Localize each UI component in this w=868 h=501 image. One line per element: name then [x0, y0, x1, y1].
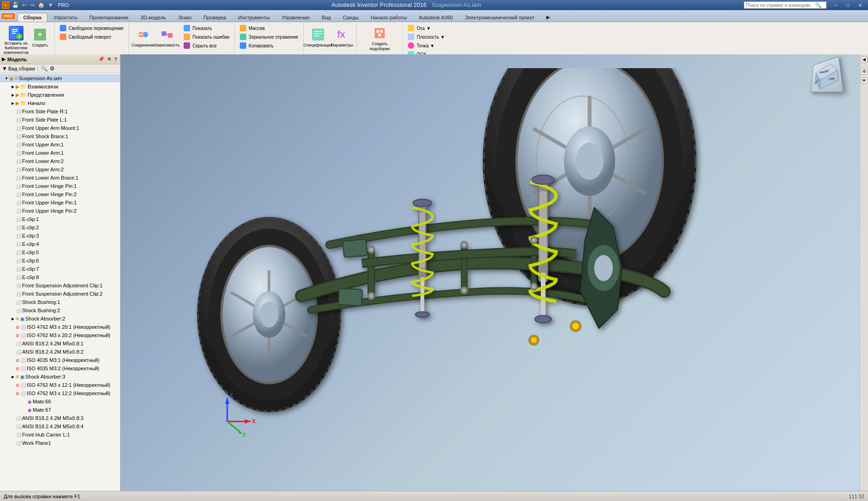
close-btn[interactable]: ✕ — [854, 1, 866, 9]
show-errors-btn[interactable]: Показать ошибки — [181, 33, 231, 41]
mass-btn[interactable]: Массив — [237, 24, 301, 32]
panel-help-btn[interactable]: ? — [113, 57, 118, 62]
tree-item[interactable]: ⊘⬜ISO 4035 M3:1 (Некорректный) — [0, 356, 120, 364]
tab-design[interactable]: Проектирование — [83, 13, 134, 22]
right-panel-btn-2[interactable]: ⚙ — [861, 68, 868, 75]
tree-item[interactable]: ⬜ANSI B18.2.4.2M M5x0.8:3 — [0, 414, 120, 422]
tree-item[interactable]: ⊘⬜ISO 4762 M3 x 12:1 (Некорректный) — [0, 381, 120, 389]
tree-item[interactable]: ⬜E-clip:3 — [0, 232, 120, 240]
tree-item[interactable]: ⬜Front Suspension Adjustment Clip:1 — [0, 281, 120, 290]
tree-item[interactable]: ⬜Front Lower Hinge Pin:2 — [0, 190, 120, 198]
tree-item[interactable]: ⬜Front Shock Brace:1 — [0, 132, 120, 140]
tab-tools[interactable]: Инструменты — [232, 13, 276, 22]
settings-btn[interactable]: ▼ — [47, 2, 54, 8]
constrain-btn[interactable]: Соединение — [132, 24, 155, 51]
tree-expand-btn[interactable]: ▶ — [10, 374, 16, 379]
axis-btn[interactable]: Ось ▼ — [405, 24, 447, 32]
tree-item[interactable]: ⬜Front Hub Carrier L:1 — [0, 431, 120, 439]
plane-btn[interactable]: Плоскость ▼ — [405, 33, 447, 41]
tree-item[interactable]: ⬜Front Lower Arm Brace:1 — [0, 174, 120, 182]
tree-item[interactable]: ◉Mate:67 — [0, 406, 120, 414]
tree-item[interactable]: ⬜Shock Bushing:2 — [0, 306, 120, 315]
undo-btn[interactable]: ↩ — [21, 2, 28, 8]
tree-item[interactable]: ⬜E-clip:6 — [0, 256, 120, 265]
hide-all-btn[interactable]: Скрыть все — [181, 41, 231, 50]
free-rotate-btn[interactable]: Свободный поворот — [58, 33, 126, 41]
tree-item[interactable]: ⬜Shock Bushing:1 — [0, 298, 120, 306]
tree-item[interactable]: ⬜Front Upper Arm:2 — [0, 165, 120, 174]
settings-panel-icon[interactable]: ⚙ — [50, 65, 55, 72]
view-assembly-label[interactable]: Вид сборки — [8, 66, 35, 71]
tab-simplify[interactable]: Упростить — [47, 13, 83, 22]
tree-item[interactable]: ⬜E-clip:2 — [0, 223, 120, 232]
tree-item[interactable]: ▼▣⊞Suspension As.iam — [0, 74, 120, 82]
tree-item[interactable]: ⬜Front Upper Hinge Pin:2 — [0, 207, 120, 215]
tree-item[interactable]: ⬜E-clip:1 — [0, 215, 120, 223]
tree-expand-btn[interactable]: ▶ — [10, 316, 16, 321]
tree-item[interactable]: ⬜Front Side Plate R:1 — [0, 107, 120, 116]
search-box[interactable]: 🔍 — [744, 1, 827, 9]
tree-item[interactable]: ▶▶📁Взаимосвязи — [0, 82, 120, 91]
panel-close-btn[interactable]: ✕ — [106, 56, 113, 62]
tab-view[interactable]: Вид — [316, 13, 337, 22]
tree-item[interactable]: ⊘⬜ISO 4762 M3 x 12:2 (Некорректный) — [0, 389, 120, 397]
param-btn[interactable]: fx Параметры — [330, 24, 353, 51]
tree-item[interactable]: ⊘⬜ISO 4762 M3 x 20:2 (Некорректный) — [0, 331, 120, 339]
tree-item[interactable]: ▶▶📁Начало — [0, 99, 120, 107]
viewport-3d[interactable]: FRONT LEFT TOP — [121, 54, 868, 491]
tree-item[interactable]: ◉Mate:66 — [0, 397, 120, 406]
tab-manage[interactable]: Управление — [276, 13, 316, 22]
search-panel-icon[interactable]: 🔍 — [41, 65, 48, 72]
copy-btn[interactable]: Копировать — [237, 41, 301, 50]
tab-sketch[interactable]: Эскиз — [172, 13, 197, 22]
mirror-btn[interactable]: Зеркальное отражение — [237, 33, 301, 41]
tab-3dmodel[interactable]: 3D-модель — [134, 13, 172, 22]
tree-item[interactable]: ⬜Front Lower Hinge Pin:1 — [0, 182, 120, 190]
home-btn[interactable]: 🏠 — [37, 2, 46, 8]
tree-item[interactable]: ⬜E-clip:4 — [0, 240, 120, 248]
tab-elecmech[interactable]: Электромеханический проект — [459, 13, 540, 22]
tree-item[interactable]: ⬜Front Side Plate L:1 — [0, 116, 120, 124]
tree-item[interactable]: ⬜Front Upper Arm Mount:1 — [0, 124, 120, 132]
depend-btn[interactable]: Зависимость — [156, 24, 179, 51]
save-btn[interactable]: 💾 — [11, 2, 20, 8]
redo-btn[interactable]: ↪ — [29, 2, 35, 8]
tree-item[interactable]: ⬜Work Plane1 — [0, 439, 120, 447]
right-panel-btn-1[interactable]: ◀ — [861, 56, 868, 63]
tree-item[interactable]: ⬜Front Suspension Adjustment Clip:2 — [0, 290, 120, 298]
tree-item[interactable]: ▶⊞▣Shock Absorber:3 — [0, 373, 120, 381]
minimize-btn[interactable]: ─ — [829, 1, 841, 9]
tab-env[interactable]: Среды — [337, 13, 365, 22]
tab-start[interactable]: Начало работы — [365, 13, 413, 22]
tree-item[interactable]: ⊘⬜ISO 4762 M3 x 20:1 (Некорректный) — [0, 323, 120, 331]
create-sub-btn[interactable]: Создатьподсборки — [368, 24, 391, 53]
tree-item[interactable]: ⬜Front Lower Arm:1 — [0, 149, 120, 157]
tree-item[interactable]: ⬜ANSI B18.2.4.2M M5x0.8:4 — [0, 422, 120, 431]
tree-expand-btn[interactable]: ▶ — [10, 92, 16, 98]
tree-expand-btn[interactable]: ▶ — [10, 100, 16, 106]
tree-expand-btn[interactable]: ▼ — [4, 76, 9, 81]
tree-expand-btn[interactable]: ▶ — [10, 84, 16, 89]
tab-a360[interactable]: Autodesk A360 — [413, 13, 459, 22]
tree-item[interactable]: ⬜E-clip:8 — [0, 273, 120, 281]
filter-icon[interactable]: ▼ — [2, 65, 7, 72]
spec-btn[interactable]: Спецификация — [307, 24, 330, 51]
tree-item[interactable]: ⊘⬜ISO 4035 M3:2 (Некорректный) — [0, 364, 120, 373]
tree-item[interactable]: ⬜E-clip:5 — [0, 248, 120, 256]
free-move-btn[interactable]: Свободное перемещение — [58, 24, 126, 32]
panel-pin-btn[interactable]: 📌 — [97, 56, 106, 62]
maximize-btn[interactable]: □ — [842, 1, 854, 9]
tab-inspect[interactable]: Проверка — [197, 13, 232, 22]
right-panel-btn-3[interactable]: 👁 — [861, 77, 868, 84]
create-btn[interactable]: + Создать — [29, 24, 52, 51]
tab-assembly[interactable]: Сборка — [17, 13, 48, 22]
insert-library-btn[interactable]: + Вставить изБиблиотекикомпонентов — [5, 24, 28, 57]
tree-item[interactable]: ⬜ANSI B18.2.4.2M M5x0.8:1 — [0, 339, 120, 348]
show-constraints-btn[interactable]: Показать — [181, 24, 231, 32]
tree-item[interactable]: ⬜Front Upper Hinge Pin:1 — [0, 198, 120, 207]
panel-resize-handle[interactable] — [120, 54, 122, 491]
tree-item[interactable]: ▶▶📁Представления — [0, 91, 120, 99]
tree-item[interactable]: ⬜ANSI B18.2.4.2M M5x0.8:2 — [0, 348, 120, 356]
search-input[interactable] — [746, 3, 815, 8]
tree-item[interactable]: ⬜Front Upper Arm:1 — [0, 140, 120, 149]
